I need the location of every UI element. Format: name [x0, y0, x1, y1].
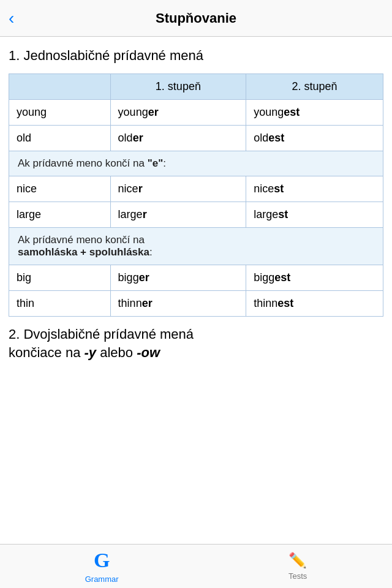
- comparative: larger: [110, 202, 246, 228]
- base-word: old: [9, 126, 111, 151]
- comparative: bigger: [110, 265, 246, 291]
- superlative: biggest: [246, 265, 383, 291]
- info-row-2: Ak prídavné meno končí nasamohláska + sp…: [9, 228, 383, 265]
- section2-title: 2. Dvojslabičné prídavné mená končiace n…: [9, 325, 383, 361]
- base-word: large: [9, 202, 111, 228]
- grammar-icon: G: [94, 549, 110, 572]
- section2-mid: alebo: [96, 345, 137, 360]
- info-text-1: Ak prídavné meno končí na "e":: [9, 151, 383, 176]
- table-row: nice nicer nicest: [9, 176, 383, 202]
- table-row: young younger youngest: [9, 100, 383, 126]
- superlative: nicest: [246, 176, 383, 202]
- section2-line2: končiace na: [9, 345, 85, 360]
- info-text-2: Ak prídavné meno končí nasamohláska + sp…: [9, 228, 383, 265]
- table-row: large larger largest: [9, 202, 383, 228]
- superlative: oldest: [246, 126, 383, 151]
- superlative: youngest: [246, 100, 383, 126]
- comparative: nicer: [110, 176, 246, 202]
- tab-bar: G Grammar ✏️ Tests: [0, 544, 392, 588]
- tab-grammar-label: Grammar: [85, 575, 119, 584]
- page-title: Stupňovanie: [156, 10, 236, 26]
- base-word: nice: [9, 176, 111, 202]
- table-row: thin thinner thinnest: [9, 291, 383, 317]
- tab-tests-label: Tests: [288, 571, 307, 581]
- tests-icon: ✏️: [288, 552, 307, 569]
- content-area: 1. Jednoslabičné prídavné mená 1. stupeň…: [0, 37, 392, 421]
- header: ‹ Stupňovanie: [0, 0, 392, 37]
- section2-bold1: -y: [85, 345, 97, 360]
- comparative: thinner: [110, 291, 246, 317]
- base-word: thin: [9, 291, 111, 317]
- table-row: big bigger biggest: [9, 265, 383, 291]
- col1-header: [9, 74, 111, 100]
- tab-tests[interactable]: ✏️ Tests: [288, 552, 307, 581]
- info-row-1: Ak prídavné meno končí na "e":: [9, 151, 383, 176]
- superlative: thinnest: [246, 291, 383, 317]
- comparative: younger: [110, 100, 246, 126]
- comparative: older: [110, 126, 246, 151]
- superlative: largest: [246, 202, 383, 228]
- back-button[interactable]: ‹: [9, 9, 14, 28]
- col2-header: 1. stupeň: [110, 74, 246, 100]
- section2-line1: 2. Dvojslabičné prídavné mená: [9, 326, 194, 342]
- section2-bold2: -ow: [137, 345, 160, 360]
- base-word: big: [9, 265, 111, 291]
- col3-header: 2. stupeň: [246, 74, 383, 100]
- table-row: old older oldest: [9, 126, 383, 151]
- base-word: young: [9, 100, 111, 126]
- grammar-table-1: 1. stupeň 2. stupeň young younger younge…: [9, 74, 383, 317]
- section1-title: 1. Jednoslabičné prídavné mená: [9, 48, 383, 64]
- tab-grammar[interactable]: G Grammar: [85, 549, 119, 584]
